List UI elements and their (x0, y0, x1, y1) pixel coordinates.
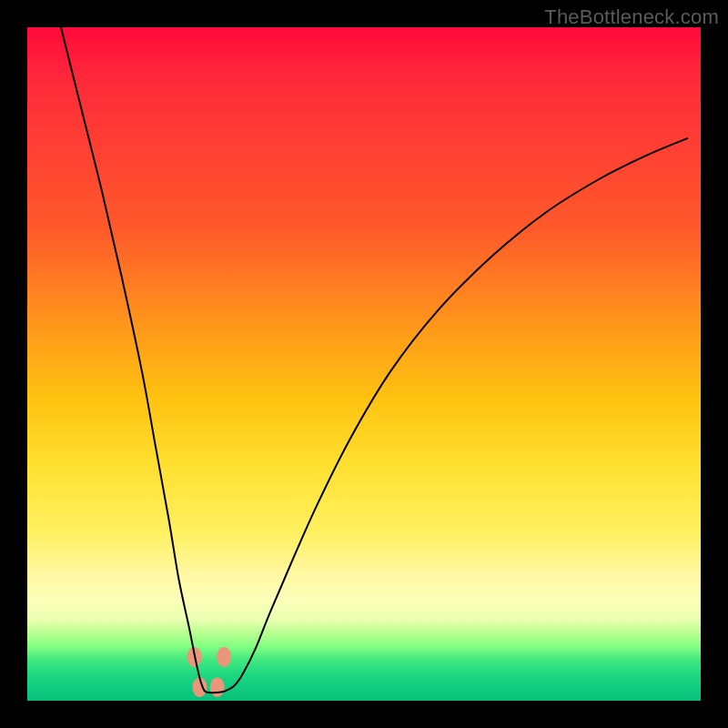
watermark-text: TheBottleneck.com (544, 5, 719, 29)
plot-area (27, 27, 701, 701)
curve-path (61, 27, 687, 693)
data-marker (210, 677, 225, 697)
chart-frame: TheBottleneck.com (0, 0, 728, 728)
chart-svg (27, 27, 701, 701)
data-marker (217, 647, 231, 667)
